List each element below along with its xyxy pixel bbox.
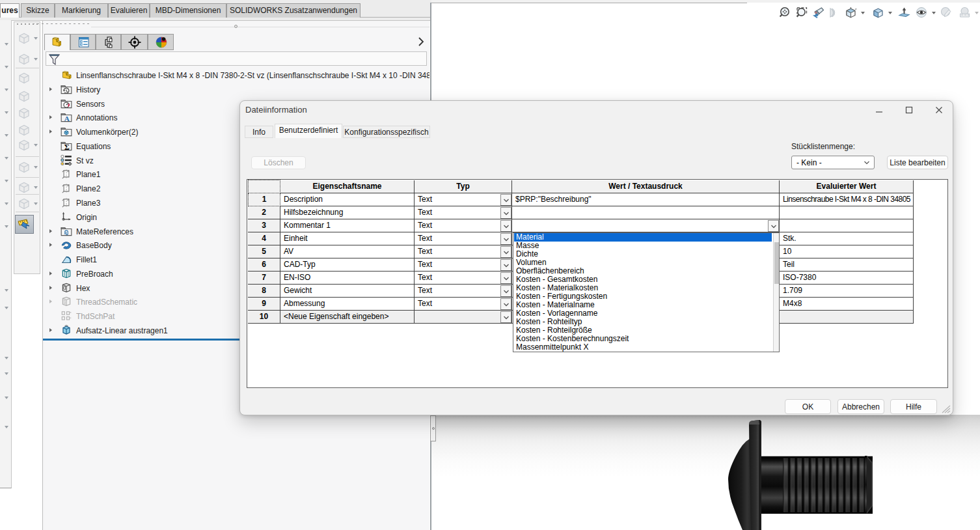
svg-text:A: A: [64, 115, 70, 122]
svg-text:Σ: Σ: [64, 143, 70, 151]
